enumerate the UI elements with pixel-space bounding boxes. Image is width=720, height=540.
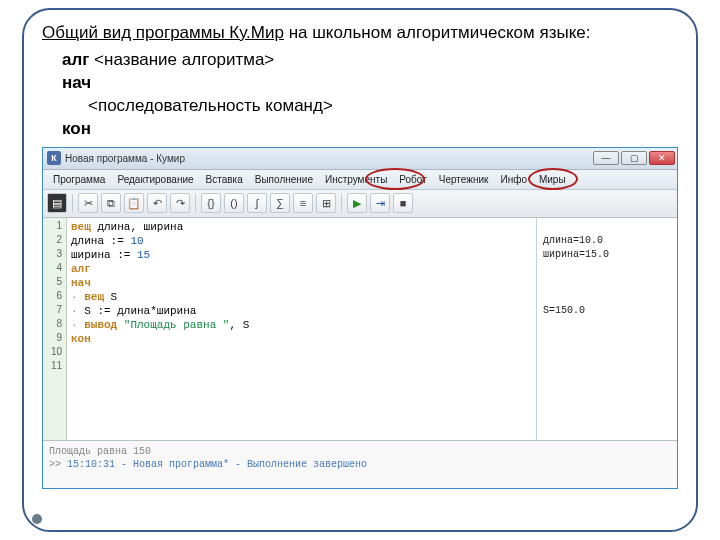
menu-edit[interactable]: Редактирование [111, 174, 199, 185]
var-row: ширина=15.0 [543, 248, 671, 262]
separator [341, 194, 342, 212]
titlebar: К Новая программа - Кумир — ▢ ✕ [43, 148, 677, 170]
window-title: Новая программа - Кумир [65, 153, 593, 164]
menubar: Программа Редактирование Вставка Выполне… [43, 170, 677, 190]
variables-pane: длина=10.0 ширина=15.0 S=150.0 [537, 218, 677, 440]
menu-draw[interactable]: Чертежник [433, 174, 495, 185]
redo-button[interactable]: ↷ [170, 193, 190, 213]
maximize-button[interactable]: ▢ [621, 151, 647, 165]
console-line: Площадь равна 150 [49, 445, 671, 458]
menu-robot[interactable]: Робот [393, 174, 432, 185]
brace-button[interactable]: {} [201, 193, 221, 213]
paren-button[interactable]: () [224, 193, 244, 213]
slide-heading: Общий вид программы Ку.Мир на школьном а… [42, 22, 678, 45]
undo-button[interactable]: ↶ [147, 193, 167, 213]
app-icon: К [47, 151, 61, 165]
minimize-button[interactable]: — [593, 151, 619, 165]
separator [72, 194, 73, 212]
grid-button[interactable]: ⊞ [316, 193, 336, 213]
separator [195, 194, 196, 212]
step-button[interactable]: ⇥ [370, 193, 390, 213]
heading-underlined: Общий вид программы Ку.Мир [42, 23, 284, 42]
eq-button[interactable]: ≡ [293, 193, 313, 213]
paste-button[interactable]: 📋 [124, 193, 144, 213]
menu-insert[interactable]: Вставка [200, 174, 249, 185]
algorithm-template: алг <название алгоритма> нач <последоват… [62, 49, 678, 141]
menu-run[interactable]: Выполнение [249, 174, 319, 185]
menu-program[interactable]: Программа [47, 174, 111, 185]
int-button[interactable]: ∫ [247, 193, 267, 213]
sum-button[interactable]: ∑ [270, 193, 290, 213]
save-button[interactable]: ▤ [47, 193, 67, 213]
menu-worlds[interactable]: Миры [533, 174, 572, 185]
var-row: S=150.0 [543, 304, 671, 318]
run-button[interactable]: ▶ [347, 193, 367, 213]
code-editor[interactable]: вещ длина, ширина длина := 10 ширина := … [67, 218, 537, 440]
slide-corner-dot [32, 514, 42, 524]
var-row: длина=10.0 [543, 234, 671, 248]
heading-rest: на школьном алгоритмическом языке: [284, 23, 591, 42]
output-console: Площадь равна 150 >> 15:10:31 - Новая пр… [43, 440, 677, 488]
toolbar: ▤ ✂ ⧉ 📋 ↶ ↷ {} () ∫ ∑ ≡ ⊞ ▶ ⇥ ■ [43, 190, 677, 218]
kumir-window: К Новая программа - Кумир — ▢ ✕ Программ… [42, 147, 678, 489]
line-gutter: 1234567891011 [43, 218, 67, 440]
menu-info[interactable]: Инфо [494, 174, 533, 185]
console-line: >> 15:10:31 - Новая программа* - Выполне… [49, 458, 671, 471]
cut-button[interactable]: ✂ [78, 193, 98, 213]
copy-button[interactable]: ⧉ [101, 193, 121, 213]
menu-tools[interactable]: Инструменты [319, 174, 393, 185]
close-button[interactable]: ✕ [649, 151, 675, 165]
stop-button[interactable]: ■ [393, 193, 413, 213]
editor-area: 1234567891011 вещ длина, ширина длина :=… [43, 218, 677, 440]
